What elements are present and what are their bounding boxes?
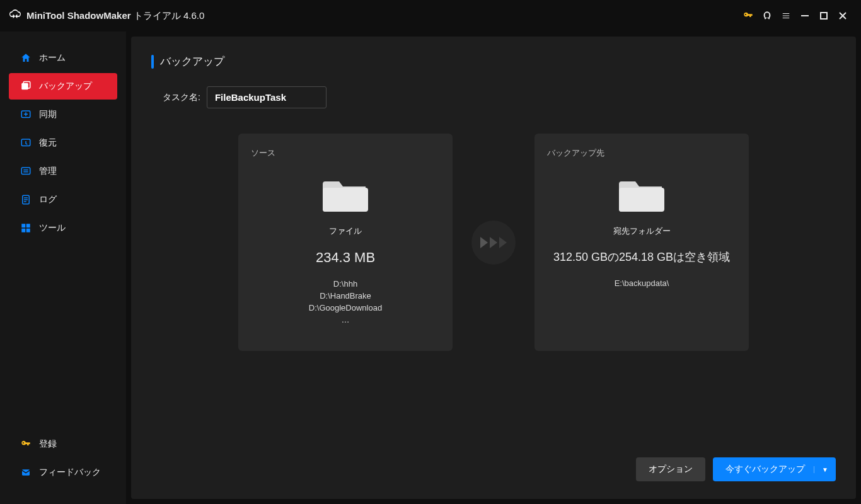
chevron-down-icon[interactable]: ▼ bbox=[814, 466, 828, 473]
footer-actions: オプション 今すぐバックアップ ▼ bbox=[151, 451, 836, 481]
svg-rect-9 bbox=[23, 171, 28, 173]
restore-icon bbox=[20, 137, 32, 149]
svg-rect-1 bbox=[801, 15, 809, 16]
close-button[interactable] bbox=[833, 6, 852, 25]
svg-rect-12 bbox=[26, 224, 30, 227]
svg-rect-13 bbox=[21, 229, 25, 232]
manage-icon bbox=[20, 166, 32, 177]
sidebar-item-tools[interactable]: ツール bbox=[9, 215, 117, 241]
main-panel: バックアップ タスク名: ソース ファイル 234.3 MB D:\hhh D:… bbox=[131, 37, 856, 499]
sidebar-item-label: ツール bbox=[39, 222, 66, 234]
destination-card-title: バックアップ先 bbox=[547, 147, 736, 159]
svg-rect-2 bbox=[821, 13, 827, 19]
sidebar-item-label: 復元 bbox=[39, 137, 57, 149]
task-name-row: タスク名: bbox=[151, 86, 836, 108]
sidebar-item-manage[interactable]: 管理 bbox=[9, 158, 117, 185]
folder-icon bbox=[323, 175, 368, 214]
destination-size: 312.50 GBの254.18 GBは空き領域 bbox=[553, 249, 730, 265]
help-icon[interactable] bbox=[758, 6, 777, 25]
sidebar-item-label: バックアップ bbox=[39, 81, 92, 92]
app-title: MiniTool ShadowMaker トライアル 4.6.0 bbox=[26, 10, 204, 22]
sidebar-item-label: ホーム bbox=[39, 52, 66, 64]
svg-point-15 bbox=[23, 442, 24, 444]
sync-icon bbox=[20, 109, 32, 120]
sidebar-item-label: 管理 bbox=[39, 166, 57, 177]
destination-label: 宛先フォルダー bbox=[613, 226, 671, 237]
minimize-button[interactable] bbox=[795, 6, 814, 25]
svg-rect-8 bbox=[23, 169, 28, 171]
destination-path: E:\backupdata\ bbox=[615, 278, 669, 288]
menu-icon[interactable] bbox=[777, 6, 795, 25]
source-size: 234.3 MB bbox=[316, 249, 375, 266]
home-icon bbox=[20, 52, 32, 64]
folder-icon bbox=[619, 175, 664, 214]
transfer-arrow-icon bbox=[471, 220, 516, 265]
page-title: バックアップ bbox=[151, 54, 836, 69]
log-icon bbox=[20, 194, 32, 205]
svg-rect-14 bbox=[26, 229, 30, 232]
source-card[interactable]: ソース ファイル 234.3 MB D:\hhh D:\HandBrake D:… bbox=[238, 134, 453, 351]
sidebar-item-feedback[interactable]: フィードバック bbox=[9, 459, 117, 486]
maximize-button[interactable] bbox=[814, 6, 833, 25]
sidebar-item-sync[interactable]: 同期 bbox=[9, 101, 117, 128]
backup-now-button[interactable]: 今すぐバックアップ ▼ bbox=[713, 457, 836, 481]
svg-rect-11 bbox=[21, 224, 25, 227]
sidebar-item-register[interactable]: 登録 bbox=[9, 431, 117, 457]
svg-rect-17 bbox=[323, 188, 368, 212]
task-name-label: タスク名: bbox=[163, 92, 200, 103]
key-icon bbox=[20, 438, 32, 450]
sidebar-item-label: ログ bbox=[39, 194, 57, 205]
tools-icon bbox=[20, 222, 32, 234]
sidebar-item-label: フィードバック bbox=[39, 467, 101, 478]
sidebar-item-label: 同期 bbox=[39, 109, 57, 120]
destination-card[interactable]: バックアップ先 宛先フォルダー 312.50 GBの254.18 GBは空き領域… bbox=[535, 134, 749, 351]
license-key-icon[interactable] bbox=[739, 6, 758, 25]
sidebar-item-restore[interactable]: 復元 bbox=[9, 130, 117, 156]
sidebar-item-label: 登録 bbox=[39, 438, 57, 450]
svg-point-0 bbox=[745, 14, 746, 15]
app-logo: MiniTool ShadowMaker トライアル 4.6.0 bbox=[9, 9, 204, 22]
sidebar-item-backup[interactable]: バックアップ bbox=[9, 73, 117, 100]
source-card-title: ソース bbox=[251, 147, 440, 159]
source-label: ファイル bbox=[329, 226, 362, 237]
svg-rect-18 bbox=[619, 188, 664, 212]
titlebar: MiniTool ShadowMaker トライアル 4.6.0 bbox=[0, 0, 861, 32]
mail-icon bbox=[20, 467, 32, 478]
sidebar-item-home[interactable]: ホーム bbox=[9, 45, 117, 71]
app-logo-icon bbox=[9, 9, 21, 22]
source-paths: D:\hhh D:\HandBrake D:\GoogleDownload … bbox=[309, 278, 382, 326]
sidebar-item-log[interactable]: ログ bbox=[9, 186, 117, 213]
options-button[interactable]: オプション bbox=[636, 457, 705, 481]
svg-rect-7 bbox=[21, 168, 30, 175]
sidebar: ホーム バックアップ 同期 復元 管理 ログ bbox=[0, 32, 126, 504]
backup-icon bbox=[20, 81, 32, 92]
task-name-input[interactable] bbox=[207, 86, 326, 108]
